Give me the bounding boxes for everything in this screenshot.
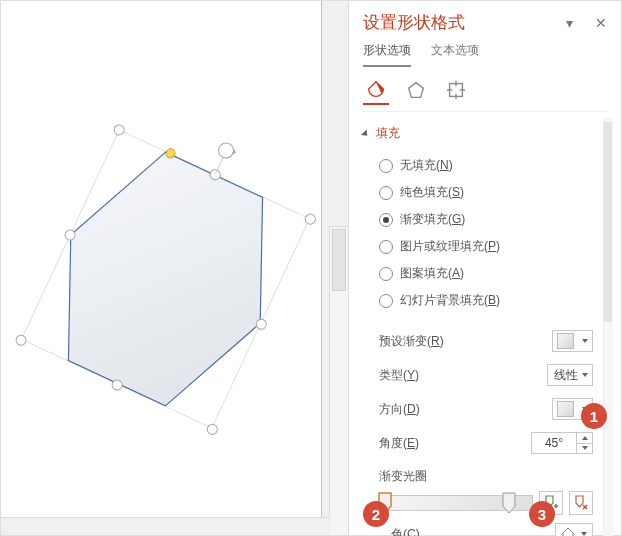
pane-title: 设置形状格式 xyxy=(363,11,465,34)
angle-decrease[interactable] xyxy=(577,443,592,454)
remove-gradient-stop[interactable] xyxy=(569,491,593,515)
pane-dropdown-icon[interactable]: ▾ xyxy=(566,15,573,31)
tab-shape-options[interactable]: 形状选项 xyxy=(363,42,411,67)
tab-text-options[interactable]: 文本选项 xyxy=(431,42,479,67)
gradient-stops-label: 渐变光圈 xyxy=(379,468,593,485)
add-gradient-stop[interactable] xyxy=(539,491,563,515)
pane-vertical-scrollbar[interactable] xyxy=(603,118,613,536)
gradient-direction-label: 方向(D) xyxy=(379,401,420,418)
svg-marker-1 xyxy=(409,83,424,98)
canvas-vertical-scrollbar[interactable] xyxy=(329,226,348,535)
gradient-direction-picker[interactable] xyxy=(552,398,593,420)
gradient-angle-spinner[interactable] xyxy=(531,432,593,454)
slide-canvas[interactable] xyxy=(1,1,349,535)
gradient-type-label: 类型(Y) xyxy=(379,367,419,384)
fill-section-header[interactable]: 填充 xyxy=(363,125,593,142)
fill-solid-radio[interactable]: 纯色填充(S) xyxy=(379,179,593,206)
fill-pattern-radio[interactable]: 图案填充(A) xyxy=(379,260,593,287)
angle-increase[interactable] xyxy=(577,433,592,443)
gradient-type-combo[interactable]: 线性 xyxy=(547,364,593,386)
fill-slidebg-radio[interactable]: 幻灯片背景填充(B) xyxy=(379,287,593,314)
format-shape-pane: 设置形状格式 ▾ ✕ 形状选项 文本选项 xyxy=(349,1,621,535)
preset-gradient-label: 预设渐变(R) xyxy=(379,333,444,350)
gradient-angle-label: 角度(E) xyxy=(379,435,419,452)
gradient-color-label: 颜色(C) xyxy=(379,526,420,537)
gradient-stops-track[interactable] xyxy=(379,495,533,511)
size-properties-tab[interactable] xyxy=(443,77,469,105)
fill-none-radio[interactable]: 无填充(N) xyxy=(379,152,593,179)
fill-and-line-tab[interactable] xyxy=(363,77,389,105)
gradient-color-picker[interactable] xyxy=(555,523,593,536)
gradient-stop[interactable] xyxy=(502,492,514,512)
gradient-angle-input[interactable] xyxy=(532,435,576,451)
close-icon[interactable]: ✕ xyxy=(595,15,607,31)
fill-picture-radio[interactable]: 图片或纹理填充(P) xyxy=(379,233,593,260)
effects-tab[interactable] xyxy=(403,77,429,105)
gradient-stop[interactable] xyxy=(378,492,390,512)
fill-gradient-radio[interactable]: 渐变填充(G) xyxy=(379,206,593,233)
preset-gradient-picker[interactable] xyxy=(552,330,593,352)
